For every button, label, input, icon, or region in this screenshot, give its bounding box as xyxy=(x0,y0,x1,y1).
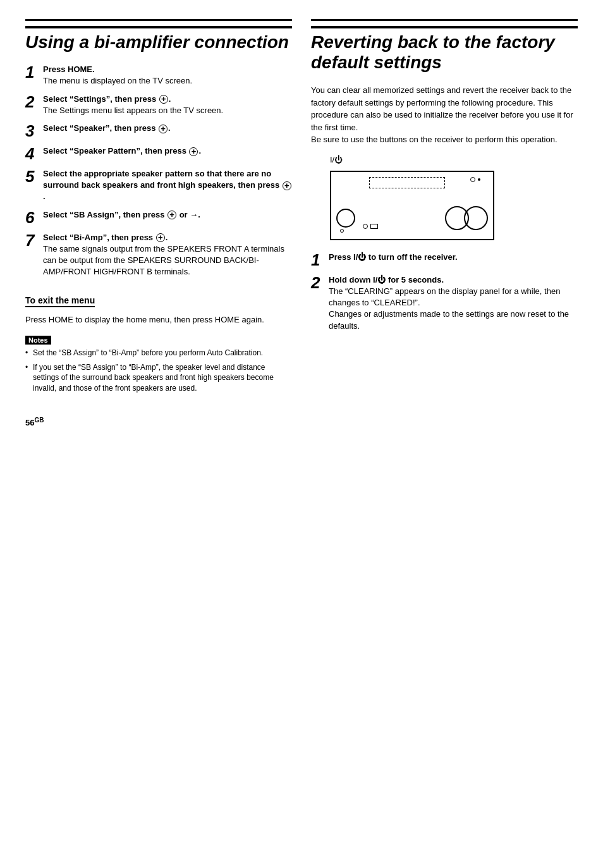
step-bold: Select “Speaker”, then press +. xyxy=(43,123,171,133)
recv-indicator-dot xyxy=(470,177,475,182)
recv-mini-button xyxy=(363,224,368,229)
power-label: I/⏻ xyxy=(330,155,578,164)
step-bold: Press HOME. xyxy=(43,64,95,74)
left-section-title: Using a bi-amplifier connection xyxy=(25,26,292,52)
step-number: 1 xyxy=(311,252,325,268)
right-column: Reverting back to the factory default se… xyxy=(311,19,578,398)
step-bold: Press I/⏻ to turn off the receiver. xyxy=(329,252,458,262)
list-item: If you set the “SB Assign” to “Bi-Amp”, … xyxy=(25,362,292,394)
page-suffix: GB xyxy=(34,417,44,424)
step-bold: Select “Settings”, then press +. xyxy=(43,94,171,104)
recv-buttons xyxy=(363,224,378,229)
recv-knob-left xyxy=(336,209,355,228)
subsection-text: Press HOME to display the home menu, the… xyxy=(25,314,292,326)
step-text: The menu is displayed on the TV screen. xyxy=(43,76,192,85)
list-item: Set the “SB Assign” to “Bi-Amp” before y… xyxy=(25,348,292,358)
step-text: The “CLEARING” appears on the display pa… xyxy=(329,286,560,307)
step-bold: Select “Bi-Amp”, then press +. xyxy=(43,233,168,242)
page-footer: 56GB xyxy=(25,417,578,427)
notes-list: Set the “SB Assign” to “Bi-Amp” before y… xyxy=(25,348,292,394)
recv-mini-rect xyxy=(370,224,378,229)
step-number: 2 xyxy=(25,94,39,110)
list-item: 2 Hold down I/⏻ for 5 seconds. The “CLEA… xyxy=(311,274,578,332)
list-item: 1 Press HOME. The menu is displayed on t… xyxy=(25,64,292,87)
step-content: Press HOME. The menu is displayed on the… xyxy=(43,64,192,87)
receiver-diagram xyxy=(330,171,494,240)
intro-text: You can clear all memorized settings and… xyxy=(311,85,573,132)
right-intro: You can clear all memorized settings and… xyxy=(311,84,578,146)
step-number: 3 xyxy=(25,123,39,139)
note-text: Set the “SB Assign” to “Bi-Amp” before y… xyxy=(33,348,263,357)
step-content: Select “Speaker”, then press +. xyxy=(43,123,171,134)
step-bold: Select “Speaker Pattern”, then press +. xyxy=(43,146,201,156)
left-column: Using a bi-amplifier connection 1 Press … xyxy=(25,19,292,398)
circle-plus-icon: + xyxy=(159,125,168,133)
intro-text-2: Be sure to use the buttons on the receiv… xyxy=(311,135,557,144)
step-content: Select “Settings”, then press +. The Set… xyxy=(43,94,223,116)
step-number: 2 xyxy=(311,274,325,291)
list-item: 7 Select “Bi-Amp”, then press +. The sam… xyxy=(25,232,292,278)
step-text: The Settings menu list appears on the TV… xyxy=(43,106,223,115)
circle-plus-icon: + xyxy=(156,233,165,242)
circle-plus-icon: + xyxy=(168,211,176,219)
step-text-2: Changes or adjustments made to the setti… xyxy=(329,309,569,330)
circle-plus-icon: + xyxy=(189,147,198,156)
exit-menu-section: To exit the menu Press HOME to display t… xyxy=(25,286,292,326)
step-number: 4 xyxy=(25,145,39,162)
step-number: 7 xyxy=(25,232,39,248)
recv-indicator-dot-sm xyxy=(478,178,480,181)
page-layout: Using a bi-amplifier connection 1 Press … xyxy=(25,19,578,398)
recv-small-dot xyxy=(340,229,344,233)
step-number: 6 xyxy=(25,209,39,226)
step-bold: Hold down I/⏻ for 5 seconds. xyxy=(329,275,444,284)
step-content: Press I/⏻ to turn off the receiver. xyxy=(329,252,458,263)
list-item: 6 Select “SB Assign”, then press + or →. xyxy=(25,209,292,226)
notes-label: Notes xyxy=(25,336,51,345)
step-content: Select “SB Assign”, then press + or →. xyxy=(43,209,200,221)
right-step-list: 1 Press I/⏻ to turn off the receiver. 2 … xyxy=(311,252,578,332)
left-divider xyxy=(25,19,292,21)
step-text: The same signals output from the SPEAKER… xyxy=(43,244,284,276)
step-number: 1 xyxy=(25,64,39,80)
list-item: 1 Press I/⏻ to turn off the receiver. xyxy=(311,252,578,268)
recv-display xyxy=(369,177,445,188)
left-step-list: 1 Press HOME. The menu is displayed on t… xyxy=(25,64,292,278)
power-icon-label: I/⏻ xyxy=(330,155,343,164)
step-content: Select “Speaker Pattern”, then press +. xyxy=(43,145,201,157)
step-bold: Select “SB Assign”, then press + or →. xyxy=(43,210,200,219)
list-item: 5 Select the appropriate speaker pattern… xyxy=(25,168,292,203)
circle-plus-icon: + xyxy=(159,95,168,104)
step-number: 5 xyxy=(25,168,39,185)
notes-section: Notes Set the “SB Assign” to “Bi-Amp” be… xyxy=(25,335,292,394)
step-content: Select the appropriate speaker pattern s… xyxy=(43,168,292,203)
page-number: 56 xyxy=(25,418,34,427)
list-item: 2 Select “Settings”, then press +. The S… xyxy=(25,94,292,116)
subsection-title: To exit the menu xyxy=(25,295,95,307)
recv-indicators xyxy=(470,177,480,182)
list-item: 4 Select “Speaker Pattern”, then press +… xyxy=(25,145,292,162)
step-bold: Select the appropriate speaker pattern s… xyxy=(43,169,292,201)
step-content: Select “Bi-Amp”, then press +. The same … xyxy=(43,232,292,278)
note-text: If you set the “SB Assign” to “Bi-Amp”, … xyxy=(33,363,274,393)
recv-knob-right2 xyxy=(464,206,488,230)
right-section-title: Reverting back to the factory default se… xyxy=(311,26,578,73)
step-content: Hold down I/⏻ for 5 seconds. The “CLEARI… xyxy=(329,274,578,332)
list-item: 3 Select “Speaker”, then press +. xyxy=(25,123,292,139)
right-divider xyxy=(311,19,578,21)
circle-plus-icon: + xyxy=(283,181,291,190)
